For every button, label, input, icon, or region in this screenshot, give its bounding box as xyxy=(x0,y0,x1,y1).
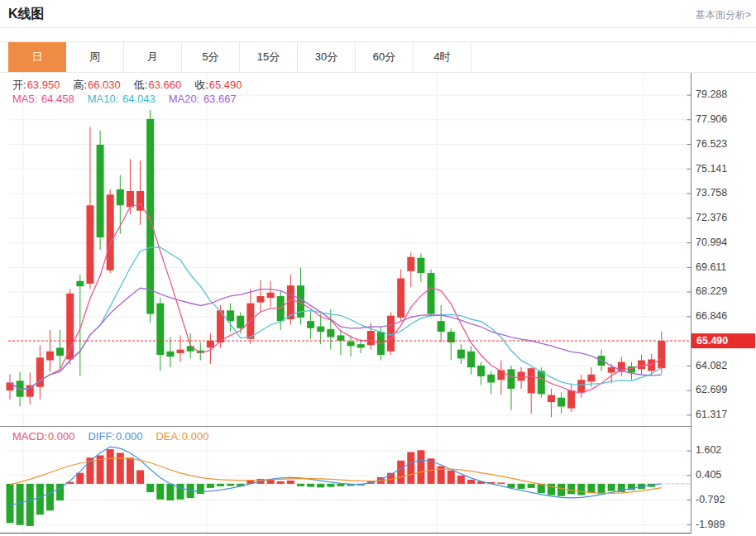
ma-legend-ma20: MA20: 63.667 xyxy=(169,93,237,105)
candle[interactable] xyxy=(327,309,334,349)
candle[interactable] xyxy=(407,252,414,287)
candle[interactable] xyxy=(567,384,575,412)
svg-text:68.229: 68.229 xyxy=(696,285,727,297)
candle[interactable] xyxy=(467,346,475,374)
svg-text:77.906: 77.906 xyxy=(696,113,727,125)
candle[interactable] xyxy=(166,337,174,368)
candle[interactable] xyxy=(628,362,635,380)
candle[interactable] xyxy=(417,253,424,281)
candle[interactable] xyxy=(438,305,445,342)
svg-text:-0.792: -0.792 xyxy=(696,494,725,505)
candle[interactable] xyxy=(257,280,265,313)
svg-text:76.523: 76.523 xyxy=(696,138,727,150)
candle[interactable] xyxy=(207,333,214,364)
candle[interactable] xyxy=(76,275,84,376)
svg-text:72.376: 72.376 xyxy=(696,212,727,223)
svg-text:0.405: 0.405 xyxy=(696,469,721,481)
candle[interactable] xyxy=(447,328,455,361)
candle[interactable] xyxy=(136,160,144,225)
ohlc-legend-close: 收:65.490 xyxy=(194,79,242,91)
candle[interactable] xyxy=(107,189,114,273)
macd-legend-diff: DIFF:0.000 xyxy=(88,430,142,443)
candle[interactable] xyxy=(277,291,285,330)
svg-text:70.994: 70.994 xyxy=(696,237,727,248)
candle[interactable] xyxy=(297,268,304,325)
candle[interactable] xyxy=(528,367,535,414)
ohlc-legend: 开:63.950高:66.030低:63.660收:65.490 xyxy=(12,78,256,93)
ma-legend-ma5: MA5: 64.458 xyxy=(12,93,74,105)
candle[interactable] xyxy=(457,344,465,364)
candle[interactable] xyxy=(86,127,93,289)
candle[interactable] xyxy=(337,330,344,355)
candle[interactable] xyxy=(307,310,314,338)
svg-text:73.758: 73.758 xyxy=(696,187,727,199)
candle[interactable] xyxy=(658,331,665,373)
candle[interactable] xyxy=(577,375,585,398)
macd-legend-macd: MACD:0.000 xyxy=(12,430,74,443)
candle[interactable] xyxy=(7,375,14,400)
candle[interactable] xyxy=(177,335,184,361)
candle[interactable] xyxy=(97,131,104,250)
ohlc-legend-low: 低:63.660 xyxy=(134,79,181,91)
svg-text:-1.989: -1.989 xyxy=(696,519,725,530)
kline-page: K线图 基本面分析> 日周月5分15分30分60分4时 开:63.950高:66… xyxy=(0,0,756,536)
svg-text:62.699: 62.699 xyxy=(696,384,727,395)
ma20-line xyxy=(10,288,662,390)
current-price-tag: 65.490 xyxy=(691,333,755,348)
candles-layer xyxy=(7,110,666,417)
svg-text:64.082: 64.082 xyxy=(696,360,727,371)
candle[interactable] xyxy=(397,270,404,321)
svg-text:75.141: 75.141 xyxy=(696,163,727,175)
svg-text:66.846: 66.846 xyxy=(696,310,727,322)
candle[interactable] xyxy=(428,270,435,316)
candle[interactable] xyxy=(347,335,355,357)
candle[interactable] xyxy=(557,392,565,414)
svg-text:61.317: 61.317 xyxy=(696,409,727,420)
candle[interactable] xyxy=(36,345,44,400)
macd-legend-dea: DEA:0.000 xyxy=(156,430,208,443)
candle[interactable] xyxy=(618,357,625,376)
svg-text:1.602: 1.602 xyxy=(696,444,721,456)
candle[interactable] xyxy=(548,389,555,417)
candle[interactable] xyxy=(317,314,324,345)
svg-text:65.490: 65.490 xyxy=(696,335,728,347)
price-axis-labels: 79.28877.90676.52375.14173.75872.37670.9… xyxy=(687,89,728,529)
ma-legend-ma10: MA10: 64.043 xyxy=(88,93,156,105)
svg-text:79.288: 79.288 xyxy=(696,89,727,100)
ohlc-legend-open: 开:63.950 xyxy=(12,79,60,91)
ma-legend: MA5: 64.458MA10: 64.043MA20: 63.667 xyxy=(12,93,250,105)
macd-legend: MACD:0.000DIFF:0.000DEA:0.000 xyxy=(12,430,222,443)
svg-text:69.611: 69.611 xyxy=(696,261,726,273)
ohlc-legend-high: 高:66.030 xyxy=(73,79,120,91)
candle[interactable] xyxy=(497,361,505,395)
candle[interactable] xyxy=(156,298,164,371)
candle[interactable] xyxy=(267,281,275,307)
candle[interactable] xyxy=(638,355,645,375)
candle[interactable] xyxy=(508,366,515,410)
